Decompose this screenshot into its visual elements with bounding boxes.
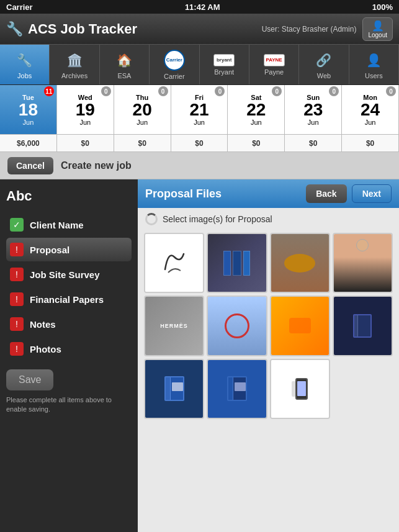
image-cell-img5[interactable]: HERMÈS (144, 295, 204, 356)
day-amount-21: $0 (171, 135, 228, 152)
day-number: 21 (189, 101, 208, 119)
tab-jobs[interactable]: 🔧 Jobs (0, 45, 50, 84)
app-title: ACS Job Tracker (28, 21, 137, 37)
image-cell-img4[interactable] (333, 233, 393, 293)
tab-users[interactable]: 👤 Users (349, 45, 399, 84)
status-icon-proposal: ! (10, 243, 24, 256)
day-number: 23 (303, 101, 323, 119)
header-right: User: Stacy Brasher (Admin) 👤 Logout (262, 17, 393, 41)
tab-bryant[interactable]: bryant Bryant (200, 45, 249, 84)
back-button[interactable]: Back (306, 184, 346, 203)
image-cell-img6[interactable] (207, 295, 267, 356)
sidebar-item-job-site-survey[interactable]: ! Job Site Survey (6, 263, 132, 286)
project-title: Abc (6, 186, 132, 207)
jobs-icon: 🔧 (15, 50, 35, 70)
day-number: 19 (76, 101, 95, 119)
battery-label: 100% (372, 2, 393, 12)
tab-archives[interactable]: 🏛️ Archives (50, 45, 99, 84)
day-month: Jun (308, 119, 319, 126)
day-amount-18: $6,000 (0, 135, 57, 152)
image-grid: HERMÈS (138, 230, 399, 425)
calendar-day-19[interactable]: Wed 19 Jun 0 (57, 85, 114, 135)
day-amount-24: $0 (342, 135, 399, 152)
panel-title: Proposal Files (145, 187, 222, 201)
sidebar-label-financial-papers: Financial Papers (30, 294, 104, 305)
sidebar-label-photos: Photos (30, 344, 61, 354)
cancel-button[interactable]: Cancel (7, 157, 53, 174)
app-logo-icon: 🔧 (6, 21, 23, 37)
logout-label: Logout (368, 32, 387, 38)
tab-web-label: Web (317, 72, 331, 79)
save-button[interactable]: Save (6, 369, 53, 390)
esa-icon: 🏠 (114, 50, 134, 70)
sidebar-item-notes[interactable]: ! Notes (6, 312, 132, 336)
tab-web[interactable]: 🔗 Web (299, 45, 349, 84)
sidebar-item-client-name[interactable]: ✓ Client Name (6, 213, 132, 237)
calendar-day-24[interactable]: Mon 24 Jun 0 (342, 85, 399, 135)
tab-archives-label: Archives (61, 72, 87, 79)
panel-header: Proposal Files Back Next (138, 179, 399, 208)
time-label: 11:42 AM (185, 2, 220, 12)
tab-esa[interactable]: 🏠 ESA (100, 45, 150, 84)
image-cell-img11[interactable] (270, 359, 330, 419)
payne-logo: PAYNE (264, 54, 285, 66)
sidebar-item-financial-papers[interactable]: ! Financial Papers (6, 287, 132, 311)
tab-users-label: Users (365, 72, 383, 79)
image-cell-img2[interactable] (207, 233, 267, 293)
action-title: Create new job (61, 160, 132, 171)
sidebar-label-notes: Notes (30, 319, 56, 330)
status-icon-notes: ! (10, 317, 24, 331)
day-number: 20 (133, 101, 152, 119)
day-badge: 0 (272, 86, 282, 96)
image-cell-img10[interactable] (207, 359, 267, 419)
image-cell-img7[interactable] (270, 295, 330, 356)
day-month: Jun (194, 119, 205, 126)
sidebar-item-photos[interactable]: ! Photos (6, 337, 132, 361)
status-icon-photos: ! (10, 342, 24, 356)
logout-button[interactable]: 👤 Logout (362, 17, 393, 41)
tab-payne-label: Payne (264, 68, 284, 76)
day-month: Jun (251, 119, 262, 126)
image-cell-img1[interactable] (144, 233, 204, 293)
calendar-day-22[interactable]: Sat 22 Jun 0 (228, 85, 285, 135)
panel-nav-buttons: Back Next (306, 184, 392, 203)
day-badge: 11 (44, 86, 54, 96)
main-content: Abc ✓ Client Name ! Proposal ! Job Site … (0, 179, 399, 532)
calendar-strip: Tue 18 Jun 11 Wed 19 Jun 0 Thu 20 Jun 0 … (0, 85, 399, 152)
web-icon: 🔗 (314, 50, 334, 70)
status-icon-client-name: ✓ (10, 218, 24, 232)
tab-carrier[interactable]: Carrier Carrier (150, 45, 199, 84)
calendar-day-20[interactable]: Thu 20 Jun 0 (114, 85, 171, 135)
image-cell-img3[interactable] (270, 233, 330, 293)
next-button[interactable]: Next (352, 184, 392, 203)
save-note: Please complete all items above to enabl… (6, 395, 132, 415)
image-cell-img9[interactable] (144, 359, 204, 419)
tab-esa-label: ESA (117, 72, 131, 79)
carrier-logo: Carrier (164, 50, 185, 71)
app-header: 🔧 ACS Job Tracker User: Stacy Brasher (A… (0, 14, 399, 45)
image-cell-img8[interactable] (333, 295, 393, 356)
tab-payne[interactable]: PAYNE Payne (249, 45, 299, 84)
day-amounts: $6,000$0$0$0$0$0$0 (0, 135, 399, 152)
day-badge: 0 (329, 86, 339, 96)
archives-icon: 🏛️ (65, 50, 84, 70)
day-month: Jun (137, 119, 148, 126)
select-hint-text: Select image(s) for Proposal (163, 214, 272, 224)
sidebar-items: ✓ Client Name ! Proposal ! Job Site Surv… (6, 213, 132, 361)
status-bar: Carrier 11:42 AM 100% (0, 0, 399, 14)
status-icon-job-site-survey: ! (10, 268, 24, 281)
logout-icon: 👤 (372, 20, 384, 32)
day-amount-23: $0 (285, 135, 342, 152)
calendar-day-21[interactable]: Fri 21 Jun 0 (171, 85, 228, 135)
sidebar-item-proposal[interactable]: ! Proposal (6, 238, 132, 261)
user-info: User: Stacy Brasher (Admin) (262, 25, 357, 34)
calendar-day-23[interactable]: Sun 23 Jun 0 (285, 85, 342, 135)
sidebar-label-client-name: Client Name (30, 220, 84, 230)
select-hint: Select image(s) for Proposal (138, 208, 399, 230)
calendar-day-18[interactable]: Tue 18 Jun 11 (0, 85, 57, 135)
carrier-label: Carrier (6, 2, 33, 12)
tab-carrier-label: Carrier (164, 73, 185, 80)
day-badge: 0 (158, 86, 168, 96)
day-month: Jun (23, 119, 34, 126)
right-panel: Proposal Files Back Next Select image(s)… (138, 179, 399, 532)
